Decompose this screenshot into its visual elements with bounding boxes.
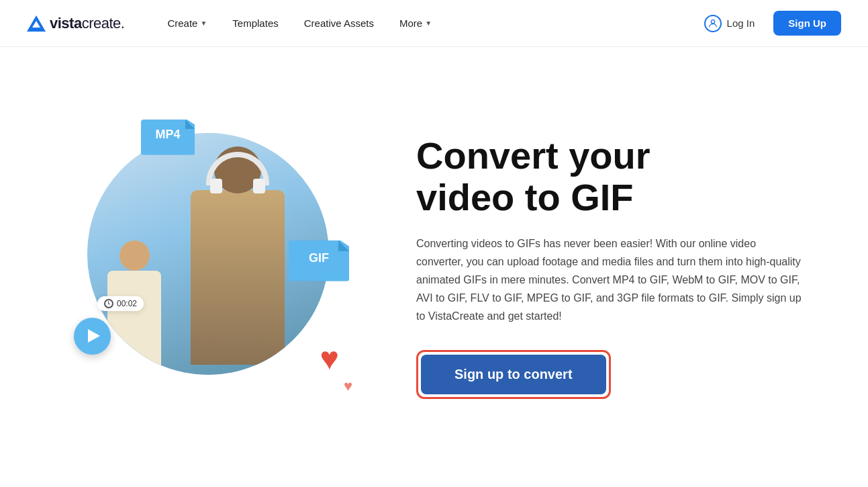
hero-description: Converting videos to GIFs has never been… — [416, 234, 806, 326]
nav-more[interactable]: More ▼ — [390, 12, 441, 34]
hero-content: Convert your video to GIF Converting vid… — [376, 135, 828, 398]
main-nav: Create ▼ Templates Creative Assets More … — [158, 12, 693, 34]
logo[interactable]: vistacreate. — [27, 15, 124, 32]
hero-illustration: MP4 GIF 00:02 ♥ ♥ — [54, 93, 376, 442]
logo-icon — [27, 15, 46, 32]
header: vistacreate. Create ▼ Templates Creative… — [0, 0, 868, 47]
main-title: Convert your video to GIF — [416, 135, 828, 218]
login-button[interactable]: Log In — [693, 9, 766, 38]
mp4-tag: MP4 — [141, 120, 195, 155]
nav-creative-assets[interactable]: Creative Assets — [295, 12, 383, 34]
chevron-down-icon: ▼ — [425, 19, 432, 27]
nav-templates[interactable]: Templates — [223, 12, 287, 34]
logo-wordmark: vistacreate. — [50, 15, 124, 32]
nav-create[interactable]: Create ▼ — [158, 12, 216, 34]
svg-point-0 — [711, 19, 714, 23]
play-icon — [74, 318, 111, 355]
heart-small-icon: ♥ — [344, 378, 352, 395]
sign-up-to-convert-button[interactable]: Sign up to convert — [421, 355, 606, 394]
cta-wrapper: Sign up to convert — [416, 350, 611, 399]
clock-icon — [104, 299, 113, 308]
gif-tag: GIF — [289, 240, 349, 281]
user-icon — [704, 15, 722, 32]
heart-icon: ♥ — [320, 343, 340, 375]
main-content: MP4 GIF 00:02 ♥ ♥ Convert your video to … — [0, 47, 868, 487]
timer-badge: 00:02 — [97, 296, 144, 311]
header-actions: Log In Sign Up — [693, 9, 841, 38]
chevron-down-icon: ▼ — [200, 19, 207, 27]
signup-button[interactable]: Sign Up — [773, 11, 841, 36]
headphones-icon — [206, 152, 269, 185]
